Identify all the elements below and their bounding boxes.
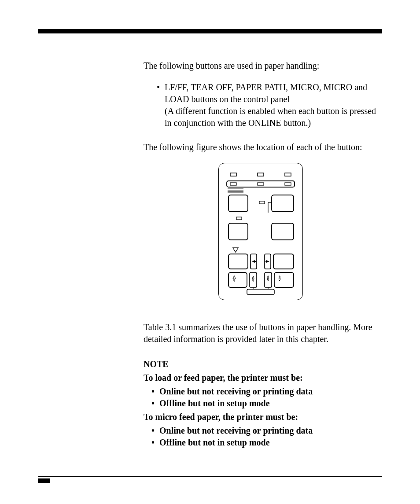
svg-rect-1 [258,173,264,176]
svg-rect-6 [285,183,291,185]
svg-rect-4 [230,183,236,185]
button-bullet-list: LF/FF, TEAR OFF, PAPER PATH, MICRO, MICR… [144,81,378,129]
svg-rect-5 [258,183,264,185]
bottom-rule [38,476,382,477]
note-line-1: To load or feed paper, the printer must … [144,372,378,384]
note-block: NOTE To load or feed paper, the printer … [144,358,378,449]
note-list-2: Online but not receiving or printing dat… [144,425,378,449]
svg-rect-11 [228,195,248,212]
note-item: Online but not receiving or printing dat… [151,425,378,437]
svg-marker-33 [279,276,280,281]
summary-paragraph: Table 3.1 summarizes the use of buttons … [144,321,378,345]
bottom-thick-accent [38,478,50,483]
page-content: The following buttons are used in paper … [144,60,378,449]
note-item: Offline but not in setup mode [151,397,378,409]
svg-rect-16 [236,217,242,220]
svg-rect-26 [228,272,247,287]
note-line-2: To micro feed paper, the printer must be… [144,411,378,423]
panel-svg [219,163,302,300]
figure-intro-paragraph: The following figure shows the location … [144,141,378,153]
bullet-subtext: (A different function is enabled when ea… [165,106,376,128]
svg-marker-22 [252,260,256,263]
svg-marker-31 [267,276,269,281]
svg-rect-18 [272,223,294,240]
svg-marker-19 [233,248,238,252]
svg-rect-17 [228,223,248,240]
note-item: Offline but not in setup mode [151,437,378,449]
note-list-1: Online but not receiving or printing dat… [144,386,378,409]
intro-paragraph: The following buttons are used in paper … [144,60,378,72]
svg-rect-20 [228,254,248,269]
svg-rect-25 [273,254,294,269]
svg-rect-0 [230,173,236,176]
svg-rect-2 [285,173,291,176]
note-item: Online but not receiving or printing dat… [151,386,378,397]
document-page: The following buttons are used in paper … [0,0,420,504]
svg-marker-24 [265,260,269,263]
control-panel-diagram [218,163,303,300]
note-heading: NOTE [144,358,378,370]
svg-rect-3 [227,181,295,187]
svg-rect-12 [259,201,265,204]
svg-rect-34 [247,289,274,294]
svg-rect-15 [272,195,294,212]
svg-marker-29 [252,276,254,281]
figure-container [144,163,378,303]
svg-marker-27 [233,276,236,281]
svg-rect-30 [265,272,272,287]
bullet-text: LF/FF, TEAR OFF, PAPER PATH, MICRO, MICR… [165,82,367,104]
top-rule [38,29,382,33]
svg-rect-28 [250,272,257,287]
svg-rect-32 [274,272,294,287]
bullet-item: LF/FF, TEAR OFF, PAPER PATH, MICRO, MICR… [157,81,378,129]
